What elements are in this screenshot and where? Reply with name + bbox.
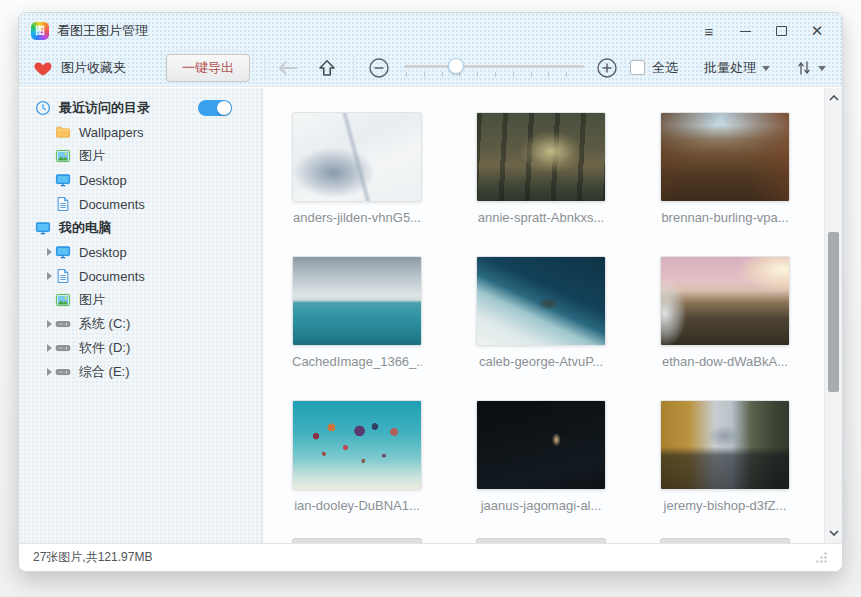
- image-thumbnail[interactable]: [660, 400, 790, 490]
- scrollbar-thumb[interactable]: [828, 232, 839, 392]
- image-thumbnail[interactable]: [476, 256, 606, 346]
- close-button[interactable]: ✕: [802, 18, 832, 44]
- picture-icon: [55, 292, 71, 308]
- drive-icon: [55, 340, 71, 356]
- expand-arrow-icon[interactable]: [43, 248, 55, 256]
- content-area: 最近访问的目录 Wallpapers: [19, 88, 842, 543]
- scroll-down-icon[interactable]: [825, 525, 842, 541]
- image-grid-area: anders-jilden-vhnG5... annie-spratt-Abnk…: [263, 88, 824, 543]
- toolbar: 图片收藏夹 一键导出: [19, 49, 842, 87]
- image-filename: CachedImage_1366_...: [292, 354, 422, 369]
- toolbar-divider: [353, 56, 354, 80]
- sidebar-item-wallpapers[interactable]: Wallpapers: [19, 120, 262, 144]
- sidebar-recent-header[interactable]: 最近访问的目录: [19, 96, 262, 120]
- image-thumbnail[interactable]: [292, 256, 422, 346]
- export-button[interactable]: 一键导出: [166, 54, 250, 82]
- sidebar-item-pictures-recent[interactable]: 图片: [19, 144, 262, 168]
- expand-arrow-icon[interactable]: [43, 344, 55, 352]
- batch-process-dropdown[interactable]: 批量处理: [704, 59, 770, 77]
- sidebar-item-label: 图片: [79, 291, 105, 309]
- image-thumbnail[interactable]: [660, 112, 790, 202]
- image-thumbnail[interactable]: [476, 112, 606, 202]
- sidebar-item-label: 软件 (D:): [79, 339, 130, 357]
- clock-icon: [35, 100, 51, 116]
- minimize-button[interactable]: [730, 18, 760, 44]
- chevron-down-icon: [762, 66, 770, 71]
- maximize-icon: [776, 26, 787, 36]
- select-all-checkbox[interactable]: [630, 60, 645, 75]
- image-item[interactable]: ian-dooley-DuBNA1...: [292, 400, 422, 513]
- desktop-icon: [55, 244, 71, 260]
- sidebar-recent-label: 最近访问的目录: [59, 99, 150, 117]
- image-item[interactable]: CachedImage_1366_...: [292, 256, 422, 369]
- sidebar-item-label: 图片: [79, 147, 105, 165]
- zoom-out-icon[interactable]: [368, 57, 390, 79]
- image-filename: jeremy-bishop-d3fZ...: [660, 498, 790, 513]
- image-item[interactable]: anders-jilden-vhnG5...: [292, 112, 422, 225]
- image-filename: anders-jilden-vhnG5...: [292, 210, 422, 225]
- image-filename: caleb-george-AtvuP...: [476, 354, 606, 369]
- app-window: 图 看图王图片管理 ≡ ✕ 图片收藏夹 一键导出: [18, 12, 843, 572]
- minimize-icon: [740, 31, 751, 32]
- document-icon: [55, 268, 71, 284]
- image-item[interactable]: brennan-burling-vpa...: [660, 112, 790, 225]
- sidebar-computer-label: 我的电脑: [59, 219, 111, 237]
- sidebar-item-label: 综合 (E:): [79, 363, 130, 381]
- folder-icon: [55, 124, 71, 140]
- sidebar-item-pictures[interactable]: 图片: [19, 288, 262, 312]
- desktop-background: 图 看图王图片管理 ≡ ✕ 图片收藏夹 一键导出: [0, 0, 861, 597]
- slider-thumb[interactable]: [448, 58, 464, 74]
- toolbar-right-group: 全选 批量处理: [630, 59, 826, 77]
- sidebar-item-label: 系统 (C:): [79, 315, 130, 333]
- image-item[interactable]: jaanus-jagomagi-al...: [476, 400, 606, 513]
- scroll-up-icon[interactable]: [825, 90, 842, 106]
- document-icon: [55, 196, 71, 212]
- drive-icon: [55, 316, 71, 332]
- vertical-scrollbar[interactable]: [824, 88, 842, 543]
- image-filename: ethan-dow-dWaBkA...: [660, 354, 790, 369]
- sidebar-item-desktop-recent[interactable]: Desktop: [19, 168, 262, 192]
- image-thumbnail[interactable]: [292, 112, 422, 202]
- back-icon[interactable]: [277, 59, 299, 77]
- slider-track[interactable]: [404, 65, 584, 68]
- image-item[interactable]: ethan-dow-dWaBkA...: [660, 256, 790, 369]
- expand-arrow-icon[interactable]: [43, 272, 55, 280]
- folder-sidebar: 最近访问的目录 Wallpapers: [19, 88, 263, 543]
- toggle-knob: [217, 101, 231, 115]
- image-item[interactable]: caleb-george-AtvuP...: [476, 256, 606, 369]
- sidebar-item-drive-e[interactable]: 综合 (E:): [19, 360, 262, 384]
- maximize-button[interactable]: [766, 18, 796, 44]
- sort-icon: [796, 59, 812, 77]
- app-title: 看图王图片管理: [57, 22, 148, 40]
- sidebar-item-documents-recent[interactable]: Documents: [19, 192, 262, 216]
- expand-arrow-icon[interactable]: [43, 320, 55, 328]
- sidebar-item-documents[interactable]: Documents: [19, 264, 262, 288]
- favorites-label[interactable]: 图片收藏夹: [61, 59, 126, 77]
- select-all-label[interactable]: 全选: [652, 59, 678, 77]
- zoom-in-icon[interactable]: [596, 57, 618, 79]
- toolbar-divider: [264, 56, 265, 80]
- recent-toggle[interactable]: [198, 100, 232, 116]
- image-item[interactable]: annie-spratt-Abnkxs...: [476, 112, 606, 225]
- menu-icon[interactable]: ≡: [694, 18, 724, 44]
- image-item[interactable]: jeremy-bishop-d3fZ...: [660, 400, 790, 513]
- sidebar-item-label: Documents: [79, 269, 145, 284]
- sidebar-computer-header[interactable]: 我的电脑: [19, 216, 262, 240]
- sort-dropdown[interactable]: [796, 59, 826, 77]
- image-thumbnail[interactable]: [292, 400, 422, 490]
- sidebar-item-drive-c[interactable]: 系统 (C:): [19, 312, 262, 336]
- zoom-slider[interactable]: [404, 55, 584, 81]
- sidebar-item-desktop[interactable]: Desktop: [19, 240, 262, 264]
- image-thumbnail[interactable]: [476, 400, 606, 490]
- up-directory-icon[interactable]: [317, 58, 337, 78]
- expand-arrow-icon[interactable]: [43, 368, 55, 376]
- sidebar-item-label: Desktop: [79, 173, 127, 188]
- image-thumbnail[interactable]: [660, 256, 790, 346]
- heart-icon: [33, 59, 53, 77]
- desktop-icon: [55, 172, 71, 188]
- sidebar-item-drive-d[interactable]: 软件 (D:): [19, 336, 262, 360]
- resize-grip[interactable]: [815, 551, 828, 564]
- chevron-down-icon: [818, 66, 826, 71]
- title-bar[interactable]: 图 看图王图片管理 ≡ ✕: [19, 13, 842, 49]
- batch-process-label: 批量处理: [704, 59, 756, 77]
